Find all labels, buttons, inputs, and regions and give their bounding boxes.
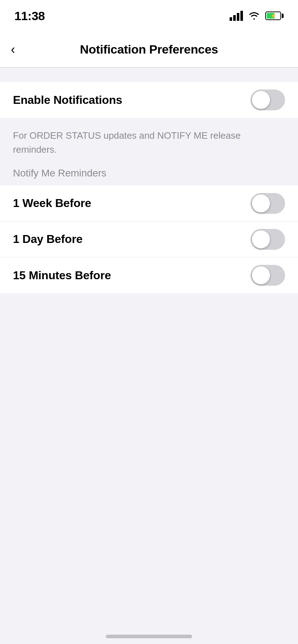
notify-me-section-header: Notify Me Reminders (0, 160, 298, 185)
one-day-before-label: 1 Day Before (13, 233, 82, 246)
one-week-before-toggle[interactable] (250, 193, 285, 214)
back-button[interactable]: ‹ (11, 43, 15, 56)
info-text: For ORDER STATUS updates and NOTIFY ME r… (13, 130, 241, 155)
enable-notifications-section: Enable Notifications (0, 82, 298, 118)
top-spacer (0, 68, 298, 82)
fifteen-minutes-before-toggle[interactable] (250, 265, 285, 286)
enable-notifications-row: Enable Notifications (0, 82, 298, 118)
one-week-before-label: 1 Week Before (13, 197, 91, 210)
toggle-knob (252, 194, 270, 212)
battery-icon: ⚡ (265, 12, 284, 20)
wifi-icon (248, 11, 260, 20)
one-week-before-row: 1 Week Before (0, 185, 298, 221)
notify-me-reminders-section: 1 Week Before 1 Day Before 15 Minutes Be… (0, 185, 298, 293)
toggle-knob (252, 91, 270, 109)
enable-notifications-toggle[interactable] (250, 89, 285, 110)
fifteen-minutes-before-label: 15 Minutes Before (13, 269, 111, 282)
page-title: Notification Preferences (80, 42, 218, 56)
toggle-knob (252, 266, 270, 284)
info-section: For ORDER STATUS updates and NOTIFY ME r… (0, 118, 298, 160)
toggle-knob (252, 230, 270, 248)
back-chevron-icon: ‹ (11, 43, 15, 56)
signal-icon (230, 11, 243, 21)
fifteen-minutes-before-row: 15 Minutes Before (0, 257, 298, 293)
enable-notifications-label: Enable Notifications (13, 93, 122, 107)
status-bar: 11:38 ⚡ (0, 0, 298, 32)
status-time: 11:38 (14, 9, 45, 23)
bottom-filler (0, 293, 298, 588)
one-day-before-row: 1 Day Before (0, 221, 298, 257)
notify-me-header-label: Notify Me Reminders (13, 167, 107, 179)
nav-bar: ‹ Notification Preferences (0, 32, 298, 68)
home-indicator (106, 635, 192, 638)
one-day-before-toggle[interactable] (250, 229, 285, 250)
status-icons: ⚡ (230, 11, 284, 21)
